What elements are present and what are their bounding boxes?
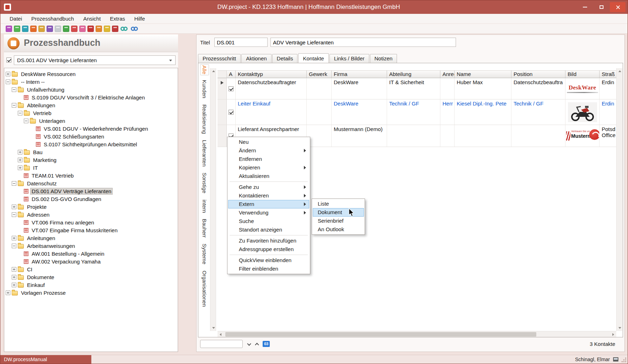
panel-scroll-down-button[interactable] bbox=[617, 325, 623, 331]
record-down-button[interactable] bbox=[246, 341, 253, 348]
context-menu-item-filter-einblenden[interactable]: Filter einblenden bbox=[228, 265, 309, 273]
toolbar-icon-2[interactable] bbox=[14, 26, 20, 32]
toolbar-icon-6[interactable] bbox=[47, 26, 53, 32]
tree-item-vt-007-eingabe-firma-musskriterien[interactable]: VT.007 Eingabe Firma Musskriterien bbox=[4, 226, 178, 234]
expand-icon[interactable] bbox=[12, 236, 16, 240]
context-menu-item-standort-anzeigen[interactable]: Standort anzeigen bbox=[228, 226, 309, 234]
tree-item-vt-006-firma-neu-anlegen[interactable]: VT.006 Firma neu anlegen bbox=[4, 218, 178, 226]
side-tab-organisationen[interactable]: Organisationen bbox=[200, 270, 209, 308]
side-tab-systeme[interactable]: Systeme bbox=[200, 243, 209, 265]
expand-icon[interactable] bbox=[6, 290, 10, 295]
toolbar-icon-8[interactable] bbox=[63, 26, 69, 32]
side-tab-alle[interactable]: Alle bbox=[200, 64, 209, 75]
context-menu-item-neu[interactable]: Neu bbox=[228, 138, 309, 146]
close-button[interactable] bbox=[610, 2, 626, 12]
column-header-straß[interactable]: Straß bbox=[600, 70, 616, 78]
column-header-abteilung[interactable]: Abteilung bbox=[387, 70, 440, 78]
side-tab-sonstige[interactable]: Sonstige bbox=[200, 172, 209, 194]
menu-prozesshandbuch[interactable]: Prozesshandbuch bbox=[27, 14, 79, 24]
column-header-a[interactable]: A bbox=[227, 70, 236, 78]
submenu-item-liste[interactable]: Liste bbox=[313, 200, 364, 208]
scroll-down-button[interactable] bbox=[210, 325, 216, 331]
expand-icon[interactable] bbox=[6, 72, 10, 76]
tree-item-aw-001-bestellung-allgemein[interactable]: AW.001 Bestellung - Allgemein bbox=[4, 250, 178, 257]
context-menu-item-kontaktieren[interactable]: Kontaktieren bbox=[228, 191, 309, 200]
submenu-item-serienbrief[interactable]: Serienbrief bbox=[313, 217, 364, 225]
row-selector[interactable] bbox=[218, 99, 227, 125]
tree-item-aw-002-verpackung-yamaha[interactable]: AW.002 Verpackung Yamaha bbox=[4, 257, 178, 265]
expand-icon[interactable] bbox=[12, 275, 16, 279]
tree-item-vorlagen-prozesse[interactable]: Vorlagen Prozesse bbox=[4, 289, 178, 297]
side-tab-bauherr[interactable]: Bauherr bbox=[200, 218, 209, 238]
tree-item-unfallverhütung[interactable]: Unfallverhütung bbox=[4, 86, 178, 93]
process-select[interactable]: DS.001 ADV Verträge Lieferanten bbox=[14, 55, 176, 65]
tree-item-dokumente[interactable]: Dokumente bbox=[4, 273, 178, 281]
collapse-icon[interactable] bbox=[18, 111, 22, 115]
tab-kontakte[interactable]: Kontakte bbox=[298, 53, 328, 63]
collapse-icon[interactable] bbox=[6, 80, 10, 84]
column-header-bild[interactable]: Bild bbox=[565, 70, 600, 78]
toolbar-icon-9[interactable] bbox=[71, 26, 77, 32]
tree-item-marketing[interactable]: Marketing bbox=[4, 156, 178, 164]
tree-item-anleitungen[interactable]: Anleitungen bbox=[4, 234, 178, 242]
tree-item-bau[interactable]: Bau bbox=[4, 148, 178, 156]
tab-aktionen[interactable]: Aktionen bbox=[241, 54, 271, 63]
process-code-input[interactable] bbox=[214, 38, 268, 47]
submenu-item-an-outlook[interactable]: An Outlook bbox=[313, 225, 364, 234]
expand-icon[interactable] bbox=[12, 267, 16, 272]
context-menu-item-verwendung[interactable]: Verwendung bbox=[228, 208, 309, 217]
toolbar-icon-3[interactable] bbox=[22, 26, 28, 32]
context-menu-item-aktualisieren[interactable]: Aktualisieren bbox=[228, 172, 309, 180]
collapse-icon[interactable] bbox=[12, 87, 16, 92]
tree-item-s-0107-sichtheitprüfungen-arbeitsmittel[interactable]: S.0107 Sichtheitprüfungen Arbeitsmittel bbox=[4, 140, 178, 148]
side-tab-realisierung[interactable]: Realisierung bbox=[200, 104, 209, 135]
side-tab-intern[interactable]: intern bbox=[200, 199, 209, 214]
tab-prozessschritt[interactable]: Prozessschritt bbox=[198, 54, 241, 63]
expand-icon[interactable] bbox=[18, 158, 22, 162]
minimize-button[interactable] bbox=[577, 2, 593, 12]
column-header-gewerk[interactable]: Gewerk bbox=[307, 70, 332, 78]
tree-item-intern[interactable]: -- Intern -- bbox=[4, 78, 178, 86]
tree-item-unterlagen[interactable]: Unterlagen bbox=[4, 117, 178, 125]
toolbar-icon-4[interactable] bbox=[30, 26, 37, 32]
panel-scroll-up-button[interactable] bbox=[617, 68, 623, 74]
tab-notizen[interactable]: Notizen bbox=[370, 54, 397, 63]
expand-icon[interactable] bbox=[12, 205, 16, 209]
tree-item-adressen[interactable]: Adressen bbox=[4, 211, 178, 218]
tree-item-vs-001-dguv-wiederkehrende-prüfungen[interactable]: VS.001 DGUV - Wiederkehrende Prüfungen bbox=[4, 125, 178, 132]
expand-icon[interactable] bbox=[12, 283, 16, 287]
toolbar-icon-7[interactable] bbox=[55, 26, 61, 32]
row-checkbox[interactable] bbox=[229, 86, 234, 91]
row-selector[interactable] bbox=[218, 78, 227, 99]
table-row-1[interactable]: DatenschutzbeauftragterDeskWareIT & Sich… bbox=[218, 78, 616, 99]
process-name-input[interactable] bbox=[270, 38, 456, 47]
expand-icon[interactable] bbox=[18, 150, 22, 154]
tree-item-abteilungen[interactable]: Abteilungen bbox=[4, 101, 178, 109]
tree-item-vertrieb[interactable]: Vertrieb bbox=[4, 109, 178, 117]
context-menu-item-kopieren[interactable]: Kopieren bbox=[228, 163, 309, 172]
collapse-icon[interactable] bbox=[24, 119, 28, 123]
context-menu-item-entfernen[interactable]: Entfernen bbox=[228, 155, 309, 163]
tree-item-vs-002-schließungsarten[interactable]: VS.002 Schließungsarten bbox=[4, 132, 178, 140]
table-row-2[interactable]: Leiter EinkaufDeskWareTechnik / GFHerrKi… bbox=[218, 99, 616, 125]
context-menu-item-extern[interactable]: Extern bbox=[228, 200, 309, 208]
expand-icon[interactable] bbox=[18, 165, 22, 170]
maximize-button[interactable] bbox=[594, 2, 609, 12]
panel-vertical-scrollbar[interactable] bbox=[616, 68, 622, 331]
column-header-firma[interactable]: Firma bbox=[332, 70, 387, 78]
toolbar-icon-12[interactable] bbox=[96, 26, 102, 32]
toolbar-icon-13[interactable] bbox=[104, 26, 110, 32]
tree-item-arbeitsanweisungen[interactable]: Arbeitsanweisungen bbox=[4, 242, 178, 250]
horizontal-scroll-thumb[interactable] bbox=[225, 332, 536, 337]
scroll-up-button[interactable] bbox=[210, 68, 216, 74]
tree-item-team-01-vertrieb[interactable]: TEAM.01 Vertrieb bbox=[4, 172, 178, 179]
tree-item-ds-002-ds-gvo-grundlagen[interactable]: DS.002 DS-GVO Grundlagen bbox=[4, 195, 178, 203]
table-horizontal-scrollbar[interactable] bbox=[218, 331, 616, 337]
tree-item-s-0109-dguv-vorschrift-3-elektrische-anlagen[interactable]: S.0109 DGUV Vorschrift 3 / Elektrische A… bbox=[4, 93, 178, 101]
tree-item-ds-001-adv-verträge-lieferanten[interactable]: DS.001 ADV Verträge Lieferanten bbox=[4, 187, 178, 195]
toolbar-icon-15[interactable] bbox=[120, 26, 129, 32]
collapse-icon[interactable] bbox=[12, 212, 16, 217]
toolbar-icon-10[interactable] bbox=[79, 26, 86, 32]
tree-item-projekte[interactable]: Projekte bbox=[4, 203, 178, 211]
tab-links-bilder[interactable]: Links / Bilder bbox=[329, 54, 369, 63]
